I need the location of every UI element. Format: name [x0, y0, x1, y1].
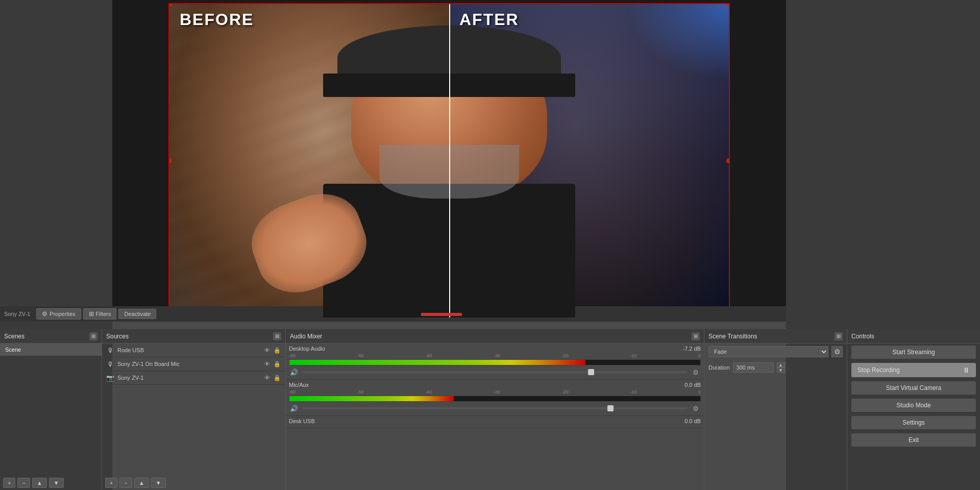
- duration-up-btn[interactable]: ▲: [777, 362, 785, 368]
- desktop-volume-thumb: [588, 369, 594, 375]
- mic-audio-name: Mic/Aux: [289, 382, 309, 388]
- stop-recording-label: Stop Recording: [857, 366, 900, 374]
- scene-up-button[interactable]: ▲: [32, 478, 47, 488]
- transition-select[interactable]: Fade Cut Swipe: [708, 346, 828, 357]
- audio-panel-icon[interactable]: ⊞: [692, 332, 700, 340]
- studio-mode-button[interactable]: Studio Mode: [851, 399, 976, 412]
- source-eye-0[interactable]: 👁: [263, 346, 271, 354]
- extra-audio-name: Desk USB: [289, 418, 315, 424]
- source-lock-0[interactable]: 🔒: [273, 346, 281, 354]
- transitions-panel-title: Scene Transitions: [708, 333, 757, 340]
- duration-row: Duration ▲ ▼: [704, 360, 847, 375]
- gear-icon: ⚙: [42, 310, 47, 317]
- mic-slider-row: 🔊 ⚙: [289, 403, 701, 413]
- remove-scene-button[interactable]: −: [17, 478, 30, 488]
- scenes-panel-title: Scenes: [4, 333, 24, 340]
- duration-input[interactable]: [733, 362, 774, 373]
- stop-recording-button[interactable]: Stop Recording ⏸: [851, 363, 976, 377]
- scene-down-button[interactable]: ▼: [49, 478, 64, 488]
- filters-button[interactable]: ⊞ Filters: [83, 308, 117, 320]
- handle-top-right[interactable]: [726, 3, 730, 7]
- bottom-indicator: [421, 313, 462, 316]
- source-name-label: Sony ZV-1: [4, 311, 30, 317]
- preview-canvas: BEFORE AFTER: [168, 3, 730, 318]
- source-item-0[interactable]: 🎙 Rode USB 👁 🔒: [102, 344, 285, 357]
- deactivate-button[interactable]: Deactivate: [118, 309, 156, 319]
- source-controls-1: 👁 🔒: [263, 360, 281, 368]
- sources-bottom-row: + − ▲ ▼: [102, 476, 285, 490]
- scenes-bottom-row: + − ▲ ▼: [0, 476, 102, 490]
- transitions-panel-header: Scene Transitions ⊞: [704, 329, 847, 344]
- scene-item-0[interactable]: Scene: [0, 344, 102, 356]
- desktop-meter-scale: -60-50-40-30-20-100: [289, 353, 701, 358]
- source-lock-2[interactable]: 🔒: [273, 374, 281, 382]
- sources-panel-header: Sources ⊞: [102, 329, 285, 344]
- audio-channel-extra-header: Desk USB 0.0 dB: [289, 418, 701, 424]
- source-name-2: Sony ZV-1: [117, 375, 260, 381]
- mic-audio-level: 0.0 dB: [684, 382, 701, 388]
- audio-channel-extra: Desk USB 0.0 dB: [286, 416, 704, 428]
- audio-panel-header: Audio Mixer ⊞: [286, 329, 704, 344]
- remove-source-button[interactable]: −: [119, 478, 132, 488]
- source-lock-1[interactable]: 🔒: [273, 360, 281, 368]
- transitions-panel-icon[interactable]: ⊞: [835, 332, 843, 340]
- desktop-mute-btn[interactable]: 🔊: [289, 367, 299, 377]
- desktop-volume-slider[interactable]: [302, 371, 688, 373]
- before-label: BEFORE: [180, 10, 254, 29]
- desktop-slider-row: 🔊 ⚙: [289, 367, 701, 377]
- mic-icon-1: 🎙: [106, 360, 114, 368]
- duration-arrows: ▲ ▼: [777, 362, 785, 373]
- source-eye-1[interactable]: 👁: [263, 360, 271, 368]
- cam-icon-2: 📷: [106, 374, 114, 382]
- scenes-panel-icon[interactable]: ⊞: [89, 332, 97, 340]
- audio-channel-mic-header: Mic/Aux 0.0 dB: [289, 382, 701, 388]
- add-source-button[interactable]: +: [105, 478, 117, 488]
- start-streaming-button[interactable]: Start Streaming: [851, 346, 976, 359]
- desktop-settings-btn[interactable]: ⚙: [691, 367, 701, 377]
- properties-button[interactable]: ⚙ Properties: [36, 308, 81, 320]
- handle-middle-right[interactable]: [726, 158, 730, 163]
- mic-mute-btn[interactable]: 🔊: [289, 403, 299, 413]
- mic-icon-0: 🎙: [106, 347, 114, 354]
- source-controls-0: 👁 🔒: [263, 346, 281, 354]
- duration-down-btn[interactable]: ▼: [777, 368, 785, 373]
- desktop-audio-level: -7.2 dB: [683, 346, 701, 352]
- source-name-1: Sony ZV-1 On Board Mic: [117, 361, 260, 367]
- transitions-panel: Scene Transitions ⊞ Fade Cut Swipe ⚙ Dur…: [704, 329, 847, 490]
- scenes-list: Scene: [0, 344, 102, 356]
- mic-meter-scale: -60-50-40-30-20-100: [289, 389, 701, 395]
- mic-volume-slider[interactable]: [302, 407, 688, 409]
- desktop-meter: [289, 359, 701, 365]
- source-item-1[interactable]: 🎙 Sony ZV-1 On Board Mic 👁 🔒: [102, 357, 285, 371]
- source-eye-2[interactable]: 👁: [263, 374, 271, 382]
- start-virtual-camera-button[interactable]: Start Virtual Camera: [851, 381, 976, 395]
- preview-area: BEFORE AFTER: [112, 0, 786, 322]
- source-controls-2: 👁 🔒: [263, 374, 281, 382]
- pause-icon: ⏸: [963, 366, 970, 374]
- desktop-audio-name: Desktop Audio: [289, 346, 325, 352]
- filter-icon: ⊞: [89, 310, 94, 317]
- audio-channel-mic: Mic/Aux 0.0 dB -60-50-40-30-20-100 🔊 ⚙: [286, 380, 704, 416]
- extra-audio-level: 0.0 dB: [684, 418, 701, 424]
- sources-panel: Sources ⊞ 🎙 Rode USB 👁 🔒 🎙 Sony ZV-1 On …: [102, 329, 286, 490]
- audio-panel: Audio Mixer ⊞ Desktop Audio -7.2 dB -60-…: [286, 329, 704, 490]
- controls-panel: Controls Start Streaming Stop Recording …: [847, 329, 980, 490]
- sources-panel-icon[interactable]: ⊞: [273, 332, 281, 340]
- add-scene-button[interactable]: +: [3, 478, 15, 488]
- settings-button[interactable]: Settings: [851, 416, 976, 429]
- source-down-button[interactable]: ▼: [151, 478, 166, 488]
- transition-settings-btn[interactable]: ⚙: [831, 346, 843, 357]
- audio-panel-title: Audio Mixer: [290, 333, 322, 340]
- audio-channel-desktop-header: Desktop Audio -7.2 dB: [289, 346, 701, 352]
- source-name-0: Rode USB: [117, 347, 260, 353]
- mic-settings-btn[interactable]: ⚙: [691, 403, 701, 413]
- panels-row: Scenes ⊞ Scene + − ▲ ▼ Sources ⊞ 🎙 Rode …: [0, 329, 980, 490]
- duration-label: Duration: [708, 364, 730, 371]
- scenes-panel: Scenes ⊞ Scene + − ▲ ▼: [0, 329, 102, 490]
- source-item-2[interactable]: 📷 Sony ZV-1 👁 🔒: [102, 371, 285, 385]
- source-up-button[interactable]: ▲: [134, 478, 149, 488]
- transition-row: Fade Cut Swipe ⚙: [704, 344, 847, 360]
- mic-meter-bar: [289, 396, 454, 401]
- mic-meter: [289, 396, 701, 402]
- exit-button[interactable]: Exit: [851, 433, 976, 447]
